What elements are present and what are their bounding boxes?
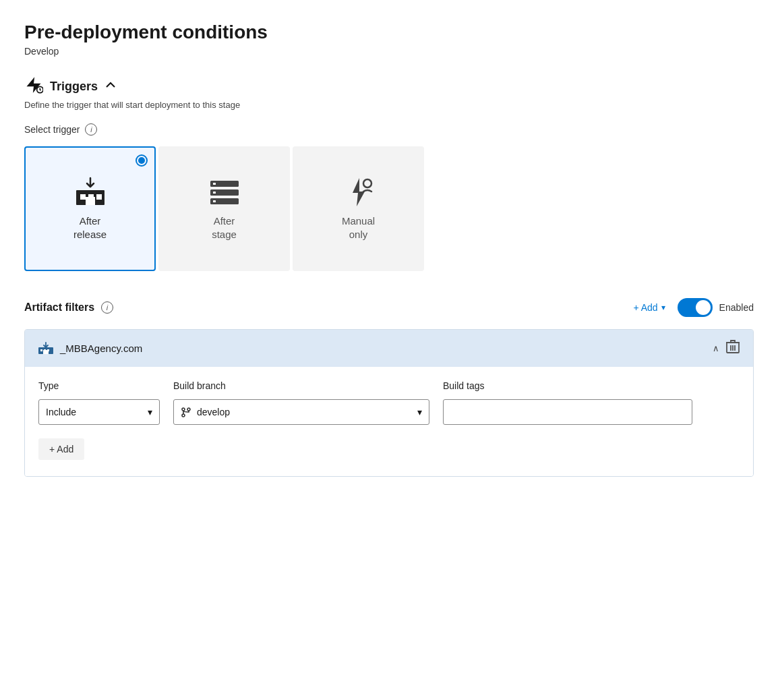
artifact-filter-row: Include ▾ develop ▾ <box>38 399 740 425</box>
col-branch-header: Build branch <box>173 380 429 391</box>
manual-only-label: Manualonly <box>342 214 375 241</box>
after-stage-icon <box>208 177 241 208</box>
svg-marker-0 <box>27 77 41 92</box>
svg-point-23 <box>187 408 190 411</box>
page-title: Pre-deployment conditions <box>24 22 754 43</box>
triggers-chevron-up[interactable] <box>104 79 117 94</box>
artifact-panel-header: _MBBAgency.com ∧ <box>25 330 753 367</box>
type-select[interactable]: Include ▾ <box>38 399 160 425</box>
panel-add-label: + Add <box>49 444 73 455</box>
branch-select[interactable]: develop ▾ <box>173 399 429 425</box>
type-value: Include <box>46 407 76 417</box>
toggle-label: Enabled <box>719 302 754 313</box>
select-trigger-label: Select trigger <box>24 124 80 135</box>
artifact-filters-label: Artifact filters <box>24 301 94 314</box>
panel-add-row: + Add <box>38 438 740 460</box>
svg-rect-16 <box>40 349 42 351</box>
trigger-section-icon <box>24 76 43 97</box>
svg-rect-10 <box>213 183 216 185</box>
artifact-panel-name: _MBBAgency.com <box>60 343 706 354</box>
artifact-panel: _MBBAgency.com ∧ Type Build branch Build… <box>24 329 754 477</box>
triggers-title: Triggers <box>50 80 98 94</box>
artifact-filters-info-icon[interactable]: i <box>101 301 113 314</box>
branch-value: develop <box>197 407 230 417</box>
radio-after-release <box>136 154 148 167</box>
artifact-panel-body: Type Build branch Build tags Include ▾ d… <box>25 367 753 476</box>
svg-point-14 <box>363 179 371 187</box>
trigger-cards-container: Afterrelease Afterstage Manualonly <box>24 146 754 271</box>
svg-rect-6 <box>86 197 95 205</box>
artifact-add-button[interactable]: + Add ▾ <box>628 299 670 316</box>
svg-rect-12 <box>213 200 216 202</box>
artifact-panel-icon <box>38 342 53 355</box>
col-type-header: Type <box>38 380 160 391</box>
manual-only-icon <box>342 177 376 208</box>
artifact-panel-chevron[interactable]: ∧ <box>713 343 719 353</box>
artifact-add-label: + Add <box>633 302 657 313</box>
svg-point-22 <box>182 414 185 417</box>
branch-select-left: develop <box>181 407 412 417</box>
branch-chevron: ▾ <box>417 407 422 417</box>
type-chevron: ▾ <box>148 407 152 417</box>
triggers-description: Define the trigger that will start deplo… <box>24 100 754 110</box>
trigger-card-after-release[interactable]: Afterrelease <box>24 146 156 271</box>
after-release-label: Afterrelease <box>73 214 107 241</box>
artifact-add-chevron: ▾ <box>661 303 665 312</box>
svg-rect-5 <box>96 194 102 200</box>
artifact-filters-toggle[interactable] <box>678 298 713 317</box>
select-trigger-info-icon[interactable]: i <box>85 123 97 136</box>
select-trigger-row: Select trigger i <box>24 123 754 136</box>
toggle-container: Enabled <box>678 298 754 317</box>
table-headers: Type Build branch Build tags <box>38 380 740 391</box>
toggle-knob <box>696 300 711 315</box>
after-stage-label: Afterstage <box>212 214 237 241</box>
build-tags-input[interactable] <box>443 399 692 425</box>
panel-add-button[interactable]: + Add <box>38 438 84 460</box>
trigger-card-after-stage[interactable]: Afterstage <box>158 146 290 271</box>
svg-point-21 <box>182 408 185 411</box>
page-subtitle: Develop <box>24 46 754 57</box>
delete-artifact-icon[interactable] <box>726 339 740 357</box>
after-release-icon <box>73 177 107 208</box>
svg-rect-19 <box>43 350 49 354</box>
radio-dot-inner <box>138 157 145 164</box>
svg-rect-3 <box>80 194 86 200</box>
svg-rect-11 <box>213 192 216 194</box>
trigger-card-manual-only[interactable]: Manualonly <box>293 146 424 271</box>
branch-icon <box>181 407 191 417</box>
col-tags-header: Build tags <box>443 380 740 391</box>
artifact-filters-row: Artifact filters i + Add ▾ Enabled <box>24 298 754 317</box>
triggers-section-header: Triggers <box>24 76 754 97</box>
